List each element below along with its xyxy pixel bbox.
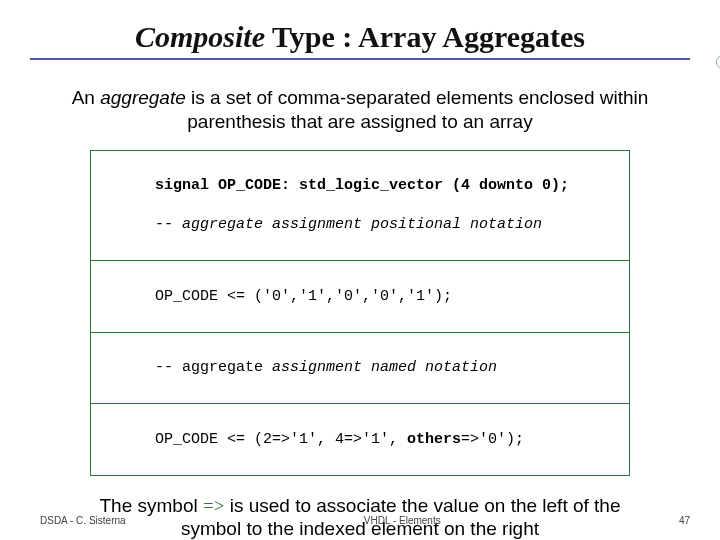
footer-center: VHDL - Elements <box>364 515 441 526</box>
code-line-a: OP_CODE <= (2=>'1', 4=>'1', <box>155 431 407 448</box>
bead-icon <box>716 55 720 69</box>
title-part-plain: Type : Array Aggregates <box>265 20 585 53</box>
code-comment-it: assignment named notation <box>272 359 497 376</box>
title-part-italic: Composite <box>135 20 265 53</box>
code-box: signal OP_CODE: std_logic_vector (4 down… <box>90 150 630 476</box>
code-row-declaration: signal OP_CODE: std_logic_vector (4 down… <box>91 151 629 262</box>
code-line: OP_CODE <= ('0','1','0','0','1'); <box>155 288 452 305</box>
code-comment: -- aggregate assignment positional notat… <box>155 216 542 233</box>
code-row-named: OP_CODE <= (2=>'1', 4=>'1', others=>'0')… <box>91 404 629 475</box>
page-number: 47 <box>679 515 690 526</box>
code-others-kw: others <box>407 431 461 448</box>
title-underline <box>30 58 690 60</box>
symbol-pre: The symbol <box>99 495 202 516</box>
slide-title: Composite Type : Array Aggregates <box>30 20 690 54</box>
footer-left: DSDA - C. Sisterna <box>40 515 126 526</box>
code-line-b: =>'0'); <box>461 431 524 448</box>
slide: Composite Type : Array Aggregates An agg… <box>0 0 720 540</box>
intro-pre: An <box>72 87 101 108</box>
arrow-symbol: => <box>203 495 224 516</box>
code-line: signal OP_CODE: std_logic_vector (4 down… <box>155 177 569 194</box>
code-row-positional: OP_CODE <= ('0','1','0','0','1'); <box>91 261 629 333</box>
footer: DSDA - C. Sisterna VHDL - Elements 47 <box>0 515 720 526</box>
intro-post: is a set of comma-separated elements enc… <box>186 87 649 132</box>
code-comment-pre: -- aggregate <box>155 359 272 376</box>
code-row-comment: -- aggregate assignment named notation <box>91 333 629 405</box>
intro-keyword: aggregate <box>100 87 186 108</box>
intro-text: An aggregate is a set of comma-separated… <box>70 86 650 134</box>
